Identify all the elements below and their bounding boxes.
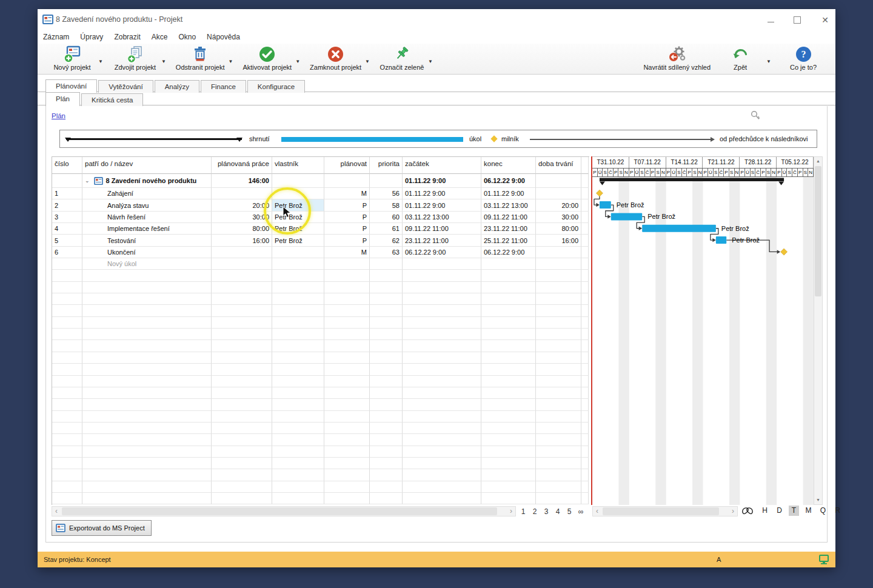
tab-finance[interactable]: Finance: [201, 80, 246, 93]
search-icon[interactable]: [749, 110, 761, 124]
summary-bar[interactable]: [600, 178, 784, 182]
duration-cell[interactable]: 20:00: [536, 199, 581, 211]
toolbar-mark-green-dropdown-arrow[interactable]: ▼: [428, 59, 433, 64]
subtab-plan[interactable]: Plán: [45, 92, 80, 106]
task-number-cell[interactable]: 2: [52, 199, 82, 211]
task-name-cell[interactable]: Ukončení: [82, 247, 212, 258]
priority-cell[interactable]: 58: [370, 199, 403, 211]
collapse-chevron-icon[interactable]: ⌄: [85, 178, 90, 184]
end-date-cell[interactable]: 09.11.22 11:00: [481, 212, 536, 223]
toolbar-duplicate-project-dropdown-arrow[interactable]: ▼: [161, 59, 166, 64]
task-name-cell[interactable]: Zahájení: [82, 188, 212, 199]
priority-cell[interactable]: 56: [370, 188, 403, 199]
milestone-diamond[interactable]: [596, 190, 603, 196]
column-header-6[interactable]: priorita: [370, 157, 403, 174]
new-task-cell[interactable]: Nový úkol: [82, 258, 212, 270]
page-3[interactable]: 3: [543, 507, 549, 516]
plan-link[interactable]: Plán: [52, 112, 65, 119]
toolbar-new-project-button[interactable]: Nový projekt: [46, 44, 98, 71]
start-date-cell[interactable]: 01.11.22 9:00: [403, 188, 481, 199]
start-date-cell[interactable]: 23.11.22 11:00: [403, 235, 481, 246]
plan-mode-cell[interactable]: P: [324, 199, 370, 211]
end-date-cell[interactable]: 06.12.22 9:00: [481, 247, 536, 258]
end-date-cell[interactable]: 01.11.22 9:00: [481, 188, 536, 199]
table-row[interactable]: 5Testování16:00Petr BrožP6223.11.22 11:0…: [52, 235, 589, 246]
plan-mode-cell[interactable]: P: [324, 212, 370, 223]
timescale-D[interactable]: D: [774, 506, 784, 516]
page-5[interactable]: 5: [566, 507, 572, 516]
menu-item-zaznam[interactable]: Záznam: [38, 31, 75, 41]
toolbar-delete-project-dropdown-arrow[interactable]: ▼: [229, 59, 233, 64]
gantt-vertical-scrollbar[interactable]: ▲ ▼: [814, 156, 823, 505]
end-date-cell[interactable]: 25.11.22 11:00: [481, 235, 536, 246]
priority-cell[interactable]: 60: [370, 212, 403, 223]
duration-cell[interactable]: [536, 188, 581, 199]
duration-cell[interactable]: 30:00: [536, 212, 581, 223]
column-header-7[interactable]: začátek: [403, 157, 481, 174]
column-header-1[interactable]: číslo: [52, 157, 82, 174]
toolbar-undo-dropdown-arrow[interactable]: ▼: [766, 59, 771, 64]
monitor-icon[interactable]: [818, 554, 829, 567]
close-button[interactable]: ✕: [817, 14, 833, 26]
duration-cell[interactable]: [536, 247, 581, 258]
column-header-9[interactable]: doba trvání: [536, 157, 581, 174]
task-name-cell[interactable]: Návrh řešení: [82, 212, 212, 223]
tab-konfigurace[interactable]: Konfigurace: [247, 80, 305, 93]
maximize-button[interactable]: [789, 14, 805, 26]
plan-mode-cell[interactable]: M: [324, 188, 370, 199]
timescale-Q[interactable]: Q: [818, 506, 828, 516]
task-number-cell[interactable]: 3: [52, 212, 82, 223]
toolbar-activate-project-button[interactable]: Aktivovat projekt: [239, 44, 295, 71]
start-date-cell[interactable]: 09.11.22 11:00: [403, 223, 481, 235]
priority-cell[interactable]: 61: [370, 223, 403, 235]
task-name-cell[interactable]: Implementace řešení: [82, 223, 212, 235]
page-2[interactable]: 2: [532, 507, 538, 516]
scrollbar-thumb[interactable]: [603, 507, 719, 515]
table-row[interactable]: 3Návrh řešení30:00Petr BrožP6003.11.22 1…: [52, 212, 589, 223]
planned-work-cell[interactable]: 20:00: [212, 199, 272, 211]
scroll-left-arrow[interactable]: ‹: [593, 507, 601, 516]
task-number-cell[interactable]: 5: [52, 235, 82, 246]
priority-cell[interactable]: 63: [370, 247, 403, 258]
timescale-R[interactable]: R: [832, 506, 843, 516]
export-ms-project-button[interactable]: Exportovat do MS Project: [52, 520, 152, 536]
timescale-M[interactable]: M: [803, 506, 814, 516]
planned-work-cell[interactable]: 80:00: [212, 223, 272, 235]
toolbar-undo-button[interactable]: Zpět: [714, 44, 766, 71]
column-header-3[interactable]: plánovaná práce: [212, 157, 272, 174]
task-bar[interactable]: [611, 213, 642, 220]
plan-mode-cell[interactable]: M: [324, 247, 370, 258]
page-4[interactable]: 4: [555, 507, 561, 516]
table-horizontal-scrollbar[interactable]: ‹ ›: [52, 506, 516, 516]
toolbar-whats-this-button[interactable]: ?Co je to?: [777, 44, 829, 71]
start-date-cell[interactable]: 06.12.22 9:00: [403, 247, 481, 258]
scroll-right-arrow[interactable]: ›: [729, 507, 737, 516]
planned-work-cell[interactable]: [212, 188, 272, 199]
column-header-2[interactable]: patří do / název: [82, 157, 212, 174]
tab-planovani[interactable]: Plánování: [45, 79, 97, 93]
start-date-cell[interactable]: 01.11.22 9:00: [403, 199, 481, 211]
planned-work-cell[interactable]: 30:00: [212, 212, 272, 223]
toolbar-delete-project-button[interactable]: Odstranit projekt: [172, 44, 229, 71]
task-bar[interactable]: [600, 201, 611, 209]
menu-item-akce[interactable]: Akce: [146, 31, 173, 41]
end-date-cell[interactable]: 23.11.22 11:00: [481, 223, 536, 235]
task-number-cell[interactable]: 4: [52, 223, 82, 235]
page-∞[interactable]: ∞: [578, 507, 584, 516]
plan-mode-cell[interactable]: P: [324, 223, 370, 235]
end-date-cell[interactable]: 03.11.22 13:00: [481, 199, 536, 211]
toolbar-restore-shared-view-button[interactable]: Navrátit sdílený vzhled: [640, 44, 714, 71]
page-1[interactable]: 1: [520, 507, 526, 516]
subtab-kritickacesta[interactable]: Kritická cesta: [81, 93, 143, 106]
table-row[interactable]: 1ZahájeníM5601.11.22 9:0001.11.22 9:00: [52, 188, 589, 199]
planned-work-cell[interactable]: [212, 247, 272, 258]
toolbar-new-project-dropdown-arrow[interactable]: ▼: [98, 59, 103, 64]
toolbar-duplicate-project-button[interactable]: Zdvojit projekt: [109, 44, 161, 71]
menu-item-okno[interactable]: Okno: [173, 31, 201, 41]
task-bar[interactable]: [642, 225, 716, 232]
menu-item-upravy[interactable]: Úpravy: [75, 31, 109, 41]
task-name-cell[interactable]: Testování: [82, 235, 212, 246]
task-number-cell[interactable]: 1: [52, 188, 82, 199]
planned-work-cell[interactable]: 16:00: [212, 235, 272, 246]
column-header-8[interactable]: konec: [481, 157, 536, 174]
